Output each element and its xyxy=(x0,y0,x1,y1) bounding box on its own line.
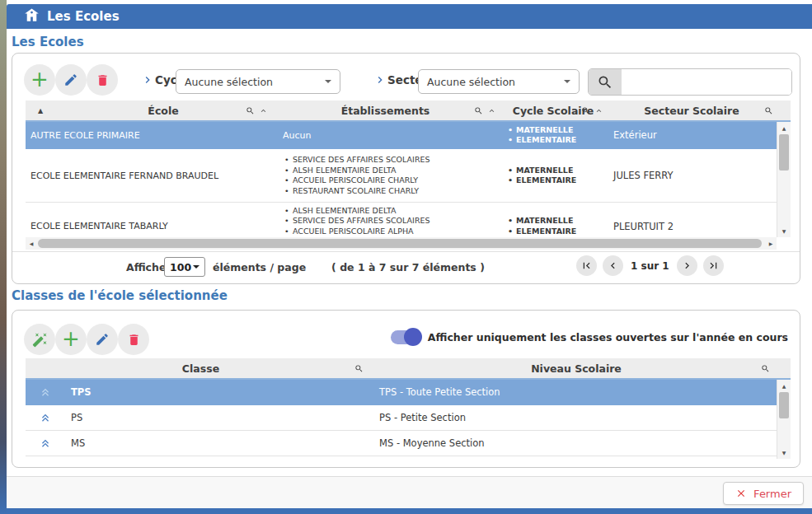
table-row[interactable]: PS PS - Petite Section xyxy=(26,405,777,431)
establishments-list: ALSH ELEMENTAIRE DELTA SERVICE DES AFFAI… xyxy=(283,206,500,238)
column-filter-icon[interactable] xyxy=(581,106,590,115)
school-icon xyxy=(24,7,40,26)
column-sort-icon[interactable] xyxy=(487,106,496,115)
edit-school-button[interactable] xyxy=(55,64,87,96)
search-button[interactable] xyxy=(589,69,622,95)
column-label: École xyxy=(148,105,178,117)
vertical-scrollbar[interactable]: ▲ ▼ xyxy=(777,122,791,237)
search-icon xyxy=(597,74,613,91)
column-filter-icon[interactable] xyxy=(246,106,255,115)
establishments-list: SERVICE DES AFFAIRES SCOLAIRES ALSH ELEM… xyxy=(283,155,500,196)
column-sort-icon[interactable] xyxy=(259,106,268,115)
classes-table-body: TPS TPS - Toute Petite Section PS PS - P… xyxy=(26,380,777,459)
search-input[interactable] xyxy=(622,69,791,95)
vertical-scrollbar[interactable]: ▲ ▼ xyxy=(777,380,791,459)
header-filler xyxy=(777,100,791,120)
plus-icon: + xyxy=(31,68,49,90)
scroll-right-arrow[interactable]: ▶ xyxy=(765,237,777,250)
sector-value: JULES FERRY xyxy=(607,170,777,181)
scroll-up-arrow[interactable]: ▲ xyxy=(777,123,791,133)
open-classes-toggle[interactable] xyxy=(391,330,420,344)
establishment-item: RESTAURANT SCOLAIRE CHARLY xyxy=(283,186,500,197)
establishment-item: ALSH ELEMENTAIRE DELTA xyxy=(283,166,500,176)
classes-section-title: Classes de l'école sélectionnée xyxy=(12,288,228,303)
scrollbar-thumb[interactable] xyxy=(779,392,789,418)
window-title: Les Ecoles xyxy=(47,9,120,24)
cycle-item: MATERNELLE xyxy=(506,125,607,136)
level-name: MS - Moyenne Section xyxy=(376,437,777,449)
column-header-secteur-scolaire[interactable]: Secteur Scolaire xyxy=(607,100,777,120)
auto-create-classes-button[interactable] xyxy=(24,324,55,355)
double-arrow-up-icon[interactable] xyxy=(39,411,52,424)
column-filter-icon[interactable] xyxy=(354,364,364,373)
cycle-item: MATERNELLE xyxy=(506,216,607,227)
les-ecoles-window: Les Ecoles Les Ecoles + Cycle Aucune sél… xyxy=(0,0,812,514)
table-row-selected[interactable]: TPS TPS - Toute Petite Section xyxy=(26,380,777,405)
chevron-right-icon xyxy=(141,73,154,86)
table-row-selected[interactable]: AUTRE ECOLE PRIMAIRE Aucun MATERNELLE EL… xyxy=(26,122,777,149)
scroll-down-arrow[interactable]: ▼ xyxy=(777,447,791,458)
secteur-filter-select[interactable]: Aucune sélection xyxy=(418,69,580,94)
establishment-item: ACCUEIL PERISCOLAIRE CHARLY xyxy=(283,175,500,186)
scroll-up-arrow[interactable]: ▲ xyxy=(777,381,791,391)
horizontal-scrollbar[interactable]: ◀ ▶ xyxy=(26,237,777,250)
close-button[interactable]: Fermer xyxy=(723,482,804,505)
magic-wand-icon xyxy=(32,332,48,348)
open-classes-toggle-group: Afficher uniquement les classes ouvertes… xyxy=(391,330,788,344)
establishments-none: Aucun xyxy=(283,130,312,141)
cycle-list: MATERNELLE ELEMENTAIRE xyxy=(506,216,607,236)
page-indicator: 1 sur 1 xyxy=(631,260,669,272)
trash-icon xyxy=(96,73,110,87)
cycle-filter-select[interactable]: Aucune sélection xyxy=(176,69,340,94)
edit-class-button[interactable] xyxy=(87,324,118,355)
dialog-titlebar: Les Ecoles xyxy=(7,4,812,29)
last-page-button[interactable] xyxy=(703,255,724,276)
table-row[interactable]: MS MS - Moyenne Section xyxy=(26,431,777,456)
establishment-item: ACCUEIL PERISCOLAIRE ALPHA xyxy=(283,227,500,237)
previous-page-button[interactable] xyxy=(603,255,623,276)
establishment-item: SERVICE DES AFFAIRES SCOLAIRES xyxy=(283,155,500,166)
scroll-down-arrow[interactable]: ▼ xyxy=(777,226,791,236)
class-name: MS xyxy=(65,437,376,449)
column-filter-icon[interactable] xyxy=(761,364,770,373)
column-label: Classe xyxy=(182,362,219,375)
cycle-filter-value: Aucune sélection xyxy=(185,76,273,88)
ecoles-panel: + Cycle Aucune sélection Secteur Aucune … xyxy=(12,53,800,284)
secteur-filter-value: Aucune sélection xyxy=(427,76,515,88)
double-arrow-up-icon[interactable] xyxy=(39,386,52,399)
page-size-value: 100 xyxy=(170,261,191,273)
column-sort-icon[interactable] xyxy=(594,106,603,115)
column-filter-icon[interactable] xyxy=(474,106,483,115)
scrollbar-thumb[interactable] xyxy=(38,239,762,248)
add-school-button[interactable]: + xyxy=(24,64,55,96)
schools-table-header: ▲ École Établissements Cycle xyxy=(26,100,791,122)
first-page-button[interactable] xyxy=(576,255,597,276)
table-row[interactable]: ECOLE ELEMENTAIRE TABARLY ALSH ELEMENTAI… xyxy=(26,203,777,237)
column-header-etablissements[interactable]: Établissements xyxy=(271,100,500,120)
classes-table-header: Classe Niveau Scolaire xyxy=(26,358,791,380)
scroll-left-arrow[interactable]: ◀ xyxy=(26,237,37,250)
column-header-ecole[interactable]: École xyxy=(55,100,271,120)
page-size-select[interactable]: 100 xyxy=(164,257,205,277)
cycle-item: MATERNELLE xyxy=(506,166,607,176)
column-header-classe[interactable]: Classe xyxy=(26,358,376,378)
page-background-sliver xyxy=(0,0,7,514)
double-arrow-up-icon[interactable] xyxy=(39,437,52,450)
column-header-cycle-scolaire[interactable]: Cycle Scolaire xyxy=(500,100,607,120)
chevron-right-icon xyxy=(373,73,387,86)
next-page-button[interactable] xyxy=(677,255,697,276)
pencil-icon xyxy=(63,72,78,87)
delete-class-button[interactable] xyxy=(118,324,149,355)
sort-column-header[interactable]: ▲ xyxy=(26,100,55,120)
column-filter-icon[interactable] xyxy=(764,106,773,115)
school-name: ECOLE ELEMENTAIRE FERNAND BRAUDEL xyxy=(26,171,271,181)
delete-school-button[interactable] xyxy=(87,64,118,96)
scrollbar-thumb[interactable] xyxy=(779,134,789,171)
chevron-left-icon xyxy=(607,259,619,272)
table-row[interactable]: ECOLE ELEMENTAIRE FERNAND BRAUDEL SERVIC… xyxy=(26,149,777,203)
add-class-button[interactable]: + xyxy=(55,324,87,355)
class-name: PS xyxy=(65,412,376,423)
column-header-niveau-scolaire[interactable]: Niveau Scolaire xyxy=(376,358,777,378)
toggle-label: Afficher uniquement les classes ouvertes… xyxy=(428,331,788,343)
classes-table: Classe Niveau Scolaire xyxy=(26,358,791,459)
